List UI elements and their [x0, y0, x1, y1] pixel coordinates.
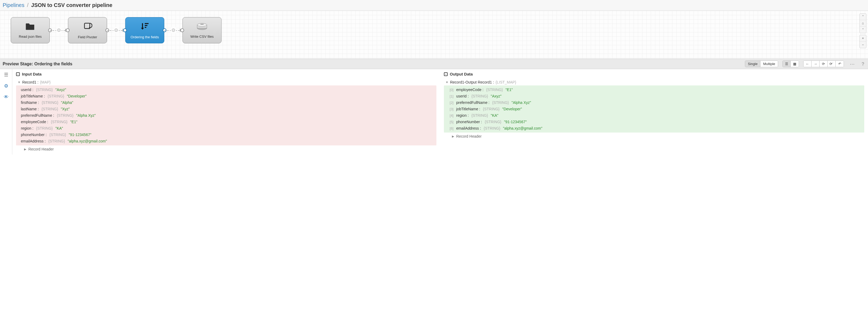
next-record-icon[interactable]: → [811, 61, 819, 67]
preview-mode-single[interactable]: Single [745, 61, 761, 67]
preview-mode-multiple[interactable]: Multiple [761, 61, 778, 67]
field-index: [0] [447, 88, 454, 92]
undo-icon[interactable]: ↶ [836, 61, 844, 67]
field-type: {STRING} [36, 126, 53, 130]
field-type: {STRING} [471, 113, 488, 118]
output-field-row[interactable]: [5]phoneNumber :{STRING}"91-1234567" [444, 119, 864, 125]
field-key: jobTitleName : [456, 107, 480, 111]
canvas-up-icon[interactable]: ˄ [860, 14, 866, 20]
preview-nav-group: ← → ⟳ ⟳˙ ↶ [803, 60, 844, 67]
field-value: "Axyz" [55, 88, 66, 92]
field-key: jobTitleName : [21, 94, 45, 98]
stage-label: Field Pivoter [78, 35, 97, 39]
table-view-icon[interactable]: ▦ [791, 61, 799, 67]
stage-icon [25, 22, 35, 32]
list-icon[interactable]: ☰ [4, 72, 8, 78]
refresh-icon[interactable]: ⟳ [819, 61, 828, 67]
collapse-icon[interactable]: ▼ [18, 81, 21, 84]
expand-icon[interactable]: ▶ [452, 135, 454, 138]
field-key: lastName : [21, 107, 39, 111]
input-field-row[interactable]: region :{STRING}"KA" [16, 125, 436, 131]
output-record-line[interactable]: ▼ Record1-Output Record1 : {LIST_MAP} [444, 79, 864, 85]
prev-record-icon[interactable]: ← [804, 61, 811, 67]
input-field-row[interactable]: emailAddress :{STRING}"alpha.xyz@gmail.c… [16, 138, 436, 144]
output-field-row[interactable]: [3]jobTitleName :{STRING}"Developer" [444, 106, 864, 112]
field-value: "KA" [55, 126, 63, 130]
gear-icon[interactable]: ⚙ [4, 83, 8, 89]
preview-mode-toggle: Single Multiple [745, 60, 778, 67]
input-port[interactable] [180, 28, 184, 32]
input-field-row[interactable]: lastName :{STRING}"Xyz" [16, 106, 436, 112]
output-record-header[interactable]: ▶ Record Header [444, 132, 864, 139]
input-field-row[interactable]: jobTitleName :{STRING}"Developer" [16, 93, 436, 99]
field-key: emailAddress : [21, 139, 46, 143]
output-field-row[interactable]: [0]employeeCode :{STRING}"E1" [444, 87, 864, 93]
collapse-icon[interactable]: ▼ [445, 81, 448, 84]
input-field-row[interactable]: employeeCode :{STRING}"E1" [16, 119, 436, 125]
field-value: "KA" [491, 113, 498, 118]
input-port[interactable] [123, 28, 127, 32]
field-type: {STRING} [57, 113, 73, 118]
output-field-row[interactable]: [1]userId :{STRING}"Axyz" [444, 93, 864, 99]
field-value: "Developer" [502, 107, 522, 111]
field-type: {STRING} [484, 126, 500, 130]
output-field-row[interactable]: [2]preferredFullName :{STRING}"Alpha Xyz… [444, 99, 864, 106]
output-data-header: › Output Data [444, 72, 864, 76]
input-field-row[interactable]: phoneNumber :{STRING}"91-1234567" [16, 131, 436, 138]
zoom-in-button[interactable]: + [860, 35, 866, 41]
field-value: "alpha.xyz@gmail.com" [503, 126, 542, 130]
list-view-icon[interactable]: ☰ [783, 61, 791, 67]
output-field-row[interactable]: [4]region :{STRING}"KA" [444, 112, 864, 119]
svg-point-3 [197, 23, 207, 27]
field-key: employeeCode : [456, 88, 484, 92]
field-key: region : [456, 113, 469, 118]
input-record-line[interactable]: ▼ Record1 : {MAP} [16, 79, 436, 85]
field-value: "Alpha Xyz" [76, 113, 96, 118]
field-index: [3] [447, 107, 454, 111]
preview-stage-label: Preview Stage: Ordering the fields [3, 62, 72, 66]
input-record-header[interactable]: ▶ Record Header [16, 145, 436, 152]
field-index: [1] [447, 94, 454, 98]
field-key: userId : [21, 88, 33, 92]
zoom-out-button[interactable]: − [860, 41, 866, 48]
input-record-name: Record1 : [22, 80, 38, 84]
field-type: {STRING} [492, 100, 509, 105]
field-type: {STRING} [36, 88, 53, 92]
breadcrumb-root-link[interactable]: Pipelines [3, 2, 24, 8]
input-field-row[interactable]: userId :{STRING}"Axyz" [16, 87, 436, 93]
input-field-row[interactable]: preferredFullName :{STRING}"Alpha Xyz" [16, 112, 436, 119]
field-value: "Alpha" [61, 100, 73, 105]
field-key: employeeCode : [21, 120, 48, 124]
field-key: phoneNumber : [456, 120, 482, 124]
refresh-settings-icon[interactable]: ⟳˙ [828, 61, 836, 67]
field-type: {STRING} [483, 107, 500, 111]
help-icon[interactable]: ？ [861, 61, 865, 67]
canvas-down-icon[interactable]: ˅ [860, 27, 866, 33]
output-title: Output Data [450, 72, 473, 76]
field-key: region : [21, 126, 33, 130]
input-field-row[interactable]: firstName :{STRING}"Alpha" [16, 99, 436, 106]
input-port[interactable] [66, 28, 69, 32]
field-type: {STRING} [486, 88, 503, 92]
field-value: "E1" [70, 120, 77, 124]
eye-icon[interactable]: 👁 [4, 94, 8, 100]
pipeline-canvas[interactable]: Read json files⚙Field Pivoter⚙Ordering t… [0, 11, 868, 59]
expand-icon[interactable]: ▶ [24, 148, 26, 151]
more-actions-icon[interactable]: ⋯ [848, 61, 856, 67]
field-type: {STRING} [42, 100, 58, 105]
field-key: preferredFullName : [456, 100, 490, 105]
breadcrumb-separator: / [27, 2, 29, 8]
preview-data-area: ☰ ⚙ 👁 › Input Data ▼ Record1 : {MAP} use… [0, 69, 868, 154]
stage-node[interactable]: Ordering the fields [125, 17, 164, 43]
field-key: emailAddress : [456, 126, 481, 130]
stage-label: Write CSV files [190, 34, 214, 38]
stage-node[interactable]: Write CSV files [183, 17, 221, 43]
stage-node[interactable]: Read json files [11, 17, 50, 43]
stage-connector: ⚙ [50, 30, 68, 31]
field-value: "Alpha Xyz" [512, 100, 531, 105]
output-field-row[interactable]: [6]emailAddress :{STRING}"alpha.xyz@gmai… [444, 125, 864, 131]
canvas-home-icon[interactable]: ⌂ [860, 20, 866, 27]
stage-label: Ordering the fields [131, 35, 159, 39]
stage-node[interactable]: Field Pivoter [68, 17, 107, 43]
output-record-header-label: Record Header [456, 134, 482, 139]
